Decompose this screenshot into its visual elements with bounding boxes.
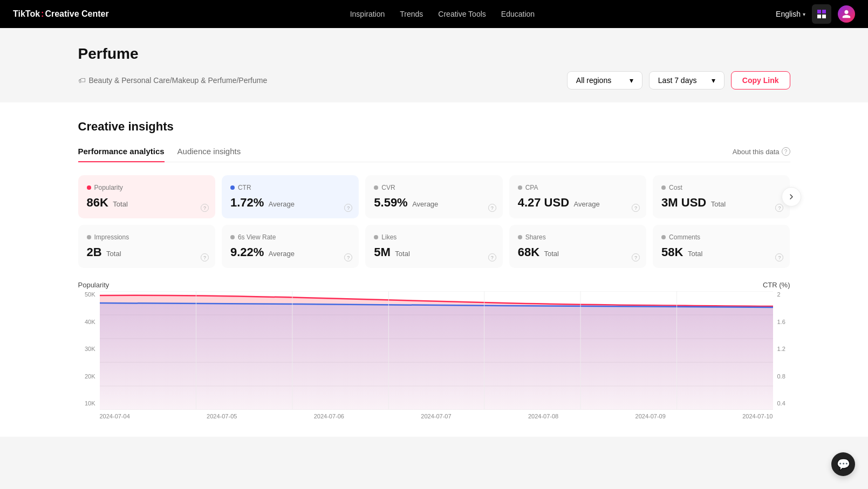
hero-dropdowns: All regions ▾ Last 7 days ▾ Copy Link bbox=[567, 71, 790, 89]
metric-likes: Likes 5M Total ? bbox=[365, 225, 502, 268]
metric-value-shares: 68K Total bbox=[518, 245, 638, 259]
metric-info-shares[interactable]: ? bbox=[632, 253, 640, 261]
metric-impressions: Impressions 2B Total ? bbox=[78, 225, 215, 268]
metric-cost: Cost 3M USD Total ? bbox=[653, 175, 790, 218]
language-selector[interactable]: English ▾ bbox=[776, 10, 805, 18]
y-left-30k: 30K bbox=[78, 346, 95, 352]
x-label-2: 2024-07-06 bbox=[314, 413, 344, 419]
y-right-1-6: 1.6 bbox=[777, 319, 790, 325]
metric-info-cvr[interactable]: ? bbox=[488, 204, 496, 212]
metric-value-cost: 3M USD Total bbox=[661, 196, 781, 210]
metric-popularity: Popularity 86K Total ? bbox=[78, 175, 215, 218]
region-chevron: ▾ bbox=[630, 76, 633, 85]
header-right: English ▾ bbox=[776, 4, 855, 24]
metric-info-comments[interactable]: ? bbox=[775, 253, 783, 261]
metric-label-impressions: Impressions bbox=[87, 233, 207, 241]
metric-info-popularity[interactable]: ? bbox=[201, 204, 209, 212]
x-label-5: 2024-07-09 bbox=[635, 413, 666, 419]
metric-label-likes: Likes bbox=[374, 233, 494, 241]
dot-shares bbox=[518, 235, 522, 239]
metric-value-ctr: 1.72% Average bbox=[230, 196, 350, 210]
chart-container: Popularity CTR (%) 50K 40K 30K 20K 10K bbox=[78, 281, 790, 419]
about-data-label: About this data bbox=[733, 148, 780, 156]
metric-comments: Comments 58K Total ? bbox=[653, 225, 790, 268]
metric-info-ctr[interactable]: ? bbox=[344, 204, 352, 212]
tab-audience-insights[interactable]: Audience insights bbox=[177, 147, 241, 162]
region-label: All regions bbox=[576, 76, 611, 85]
copy-link-button[interactable]: Copy Link bbox=[731, 71, 790, 89]
metric-info-impressions[interactable]: ? bbox=[201, 253, 209, 261]
chart-right-label: CTR (%) bbox=[763, 281, 790, 289]
logo[interactable]: TikTok:Creative Center bbox=[13, 9, 109, 19]
page-title: Perfume bbox=[78, 45, 790, 63]
dot-ctr bbox=[230, 185, 235, 190]
logo-tiktok: TikTok bbox=[13, 9, 40, 19]
logo-colon: : bbox=[41, 9, 44, 19]
x-axis-labels: 2024-07-04 2024-07-05 2024-07-06 2024-07… bbox=[100, 413, 773, 419]
nav-inspiration[interactable]: Inspiration bbox=[350, 10, 385, 18]
metric-label-comments: Comments bbox=[661, 233, 781, 241]
y-right-1-2: 1.2 bbox=[777, 346, 790, 352]
hero-section: Perfume 🏷 Beauty & Personal Care/Makeup … bbox=[0, 28, 868, 102]
chart-svg bbox=[100, 291, 773, 410]
metric-info-cpa[interactable]: ? bbox=[632, 204, 640, 212]
y-right-0-4: 0.4 bbox=[777, 400, 790, 407]
metric-label-view-rate: 6s View Rate bbox=[230, 233, 350, 241]
metric-info-view-rate[interactable]: ? bbox=[344, 253, 352, 261]
nav-trends[interactable]: Trends bbox=[400, 10, 423, 18]
metric-info-cost[interactable]: ? bbox=[775, 204, 783, 212]
metric-value-comments: 58K Total bbox=[661, 245, 781, 259]
metric-value-cpa: 4.27 USD Average bbox=[518, 196, 638, 210]
user-avatar[interactable] bbox=[838, 5, 855, 23]
x-label-1: 2024-07-05 bbox=[207, 413, 237, 419]
y-left-50k: 50K bbox=[78, 291, 95, 298]
dot-likes bbox=[374, 235, 378, 239]
language-chevron: ▾ bbox=[803, 11, 805, 17]
x-label-0: 2024-07-04 bbox=[100, 413, 130, 419]
metrics-next-arrow[interactable] bbox=[782, 187, 801, 206]
ctr-area bbox=[100, 303, 773, 410]
dot-popularity bbox=[87, 185, 91, 190]
tab-performance-analytics[interactable]: Performance analytics bbox=[78, 147, 165, 162]
logo-cc: Creative Center bbox=[45, 9, 108, 19]
metric-value-cvr: 5.59% Average bbox=[374, 196, 494, 210]
metric-shares: Shares 68K Total ? bbox=[509, 225, 646, 268]
tag-icon: 🏷 bbox=[78, 76, 86, 85]
region-dropdown[interactable]: All regions ▾ bbox=[567, 71, 643, 89]
metrics-row-2: Impressions 2B Total ? 6s View Rate 9.22… bbox=[78, 225, 790, 268]
metric-info-likes[interactable]: ? bbox=[488, 253, 496, 261]
dot-impressions bbox=[87, 235, 91, 239]
main-content: Creative insights Performance analytics … bbox=[0, 102, 868, 437]
y-right-2: 2 bbox=[777, 291, 790, 298]
metric-view-rate: 6s View Rate 9.22% Average ? bbox=[222, 225, 359, 268]
y-left-20k: 20K bbox=[78, 373, 95, 380]
category-tag: 🏷 Beauty & Personal Care/Makeup & Perfum… bbox=[78, 76, 268, 85]
app-switcher-icon bbox=[817, 10, 826, 18]
app-switcher-button[interactable] bbox=[812, 4, 831, 24]
metric-value-popularity: 86K Total bbox=[87, 196, 207, 210]
nav-education[interactable]: Education bbox=[501, 10, 535, 18]
metric-cvr: CVR 5.59% Average ? bbox=[365, 175, 502, 218]
hero-controls: 🏷 Beauty & Personal Care/Makeup & Perfum… bbox=[78, 71, 790, 89]
metric-ctr: CTR 1.72% Average ? bbox=[222, 175, 359, 218]
about-data-link[interactable]: About this data ? bbox=[733, 147, 790, 161]
section-title: Creative insights bbox=[78, 120, 790, 134]
x-label-3: 2024-07-07 bbox=[421, 413, 451, 419]
metric-label-cost: Cost bbox=[661, 184, 781, 191]
main-nav: Inspiration Trends Creative Tools Educat… bbox=[126, 10, 758, 18]
chart-with-axes: 50K 40K 30K 20K 10K bbox=[78, 291, 790, 419]
date-dropdown[interactable]: Last 7 days ▾ bbox=[649, 71, 725, 89]
date-chevron: ▾ bbox=[712, 76, 715, 85]
y-axis-left: 50K 40K 30K 20K 10K bbox=[78, 291, 100, 419]
chart-left-label: Popularity bbox=[78, 281, 110, 289]
about-data-icon: ? bbox=[782, 147, 790, 156]
y-left-10k: 10K bbox=[78, 400, 95, 407]
arrow-right-icon bbox=[787, 192, 796, 201]
metric-label-cpa: CPA bbox=[518, 184, 638, 191]
insights-tabs: Performance analytics Audience insights … bbox=[78, 147, 790, 162]
dot-cvr bbox=[374, 185, 378, 190]
metric-value-impressions: 2B Total bbox=[87, 245, 207, 259]
metric-label-cvr: CVR bbox=[374, 184, 494, 191]
x-label-6: 2024-07-10 bbox=[742, 413, 773, 419]
nav-creative-tools[interactable]: Creative Tools bbox=[438, 10, 486, 18]
